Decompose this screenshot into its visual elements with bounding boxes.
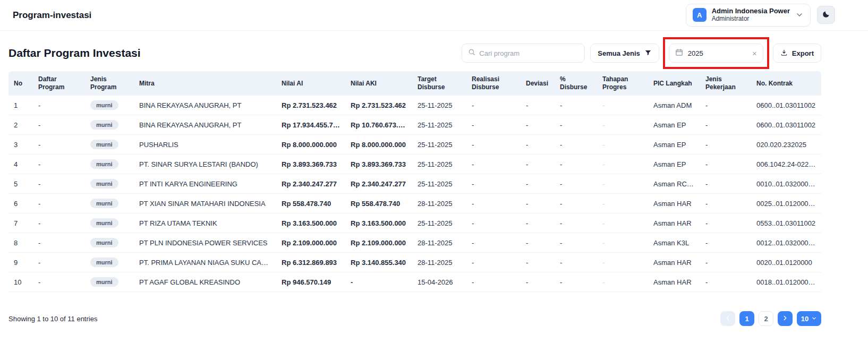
table-cell: Rp 8.000.000.000 <box>276 135 345 155</box>
table-cell: - <box>33 194 85 213</box>
table-cell: - <box>466 233 521 253</box>
table-row[interactable]: 4-murniPT. SINAR SURYA LESTARI (BANDO)Rp… <box>8 155 821 174</box>
table-cell: 9 <box>8 253 33 272</box>
table-cell: - <box>597 174 648 194</box>
cell-jenis-program: murni <box>85 115 134 135</box>
table-head: NoDaftar ProgramJenis ProgramMitraNilai … <box>8 71 821 96</box>
year-picker-wrapper: 2025 × <box>669 44 763 63</box>
table-cell: Rp 2.731.523.462 <box>345 96 412 115</box>
column-header: % Disburse <box>555 71 597 96</box>
table-cell: - <box>700 174 751 194</box>
jenis-program-badge: murni <box>90 140 118 149</box>
user-menu[interactable]: A Admin Indonesia Power Administrator <box>686 4 811 27</box>
prev-page-button[interactable] <box>720 311 735 326</box>
cell-jenis-program: murni <box>85 174 134 194</box>
table-row[interactable]: 2-murniBINA REKAYASA ANUGRAH, PTRp 17.93… <box>8 115 821 135</box>
filter-icon <box>644 49 652 58</box>
page-button-1[interactable]: 1 <box>739 311 754 326</box>
user-text: Admin Indonesia Power Administrator <box>712 7 790 23</box>
table-cell: Rp 3.140.855.340 <box>345 253 412 272</box>
table-cell: - <box>521 115 555 135</box>
filter-button-label: Semua Jenis <box>598 49 640 57</box>
table-cell: - <box>521 135 555 155</box>
export-button-label: Export <box>792 49 814 57</box>
table-cell: 25-11-2025 <box>412 213 466 233</box>
table-cell: PUSHARLIS <box>134 135 276 155</box>
table-cell: Rp 558.478.740 <box>276 194 345 213</box>
table-row[interactable]: 3-murniPUSHARLISRp 8.000.000.000Rp 8.000… <box>8 135 821 155</box>
table-cell: Rp 946.570.149 <box>276 272 345 292</box>
table-cell: 2 <box>8 115 33 135</box>
table-row[interactable]: 9-murniPT. PRIMA LAYANAN NIAGA SUKU CADA… <box>8 253 821 272</box>
theme-toggle-button[interactable] <box>817 6 835 24</box>
table-cell: Asman HAR <box>648 194 700 213</box>
chevron-right-icon <box>781 314 789 323</box>
table-cell: - <box>597 115 648 135</box>
export-button[interactable]: Export <box>773 44 821 63</box>
cell-jenis-program: murni <box>85 253 134 272</box>
cell-jenis-program: murni <box>85 213 134 233</box>
table-cell: - <box>597 155 648 174</box>
table-cell: Rp 2.340.247.277 <box>345 174 412 194</box>
table-cell: 3 <box>8 135 33 155</box>
year-value: 2025 <box>688 49 747 57</box>
clear-icon[interactable]: × <box>752 49 757 57</box>
table-cell: Rp 2.109.000.000 <box>345 233 412 253</box>
jenis-program-badge: murni <box>90 238 118 247</box>
table-row[interactable]: 1-murniBINA REKAYASA ANUGRAH, PTRp 2.731… <box>8 96 821 115</box>
table-row[interactable]: 8-murniPT PLN INDONESIA POWER SERVICESRp… <box>8 233 821 253</box>
page-size-select[interactable]: 10 <box>797 311 821 326</box>
table-cell: - <box>700 272 751 292</box>
table-cell: - <box>33 155 85 174</box>
filter-button[interactable]: Semua Jenis <box>590 44 659 63</box>
table-cell: - <box>466 194 521 213</box>
jenis-program-badge: murni <box>90 258 118 267</box>
download-icon <box>780 49 788 58</box>
table-cell: 0600..01.03011002 <box>751 96 821 115</box>
table-cell: Asman K3L <box>648 233 700 253</box>
calendar-icon <box>675 48 683 58</box>
table-cell: - <box>700 115 751 135</box>
table-cell: - <box>597 135 648 155</box>
table-cell: 10 <box>8 272 33 292</box>
table-row[interactable]: 7-murniPT RIZA UTAMA TEKNIKRp 3.163.500.… <box>8 213 821 233</box>
chevron-down-icon <box>795 11 804 19</box>
table-cell: - <box>521 272 555 292</box>
table-cell: - <box>700 96 751 115</box>
table-cell: Asman HAR <box>648 253 700 272</box>
search-input[interactable] <box>479 49 578 57</box>
pagination: 12 10 <box>720 311 821 326</box>
table-cell: Asman ADM <box>648 96 700 115</box>
table-cell: - <box>555 155 597 174</box>
avatar: A <box>693 8 707 22</box>
cell-jenis-program: murni <box>85 135 134 155</box>
table-cell: - <box>555 115 597 135</box>
table-cell: - <box>521 233 555 253</box>
column-header: Mitra <box>134 71 276 96</box>
column-header: Jenis Pekerjaan <box>700 71 751 96</box>
table-cell: 006.1042.24-022025 <box>751 155 821 174</box>
table-row[interactable]: 5-murniPT INTI KARYA ENGINEERINGRp 2.340… <box>8 174 821 194</box>
table-cell: Asman EP <box>648 135 700 155</box>
table-cell: 0012..01.03200000 <box>751 233 821 253</box>
table-cell: 25-11-2025 <box>412 135 466 155</box>
jenis-program-badge: murni <box>90 120 118 130</box>
year-picker[interactable]: 2025 × <box>669 44 763 63</box>
chevron-down-icon <box>811 315 817 323</box>
table-cell: - <box>33 96 85 115</box>
search-icon <box>468 48 475 58</box>
table-row[interactable]: 10-murniPT AGAF GLOBAL KREASINDORp 946.5… <box>8 272 821 292</box>
table-cell: BINA REKAYASA ANUGRAH, PT <box>134 96 276 115</box>
table-row[interactable]: 6-murniPT XIAN SINAR MATAHARI INDONESIAR… <box>8 194 821 213</box>
column-header: Jenis Program <box>85 71 134 96</box>
jenis-program-badge: murni <box>90 159 118 169</box>
page-button-2[interactable]: 2 <box>759 311 773 326</box>
topbar-right: A Admin Indonesia Power Administrator <box>686 4 835 27</box>
cell-jenis-program: murni <box>85 272 134 292</box>
table-cell: - <box>700 155 751 174</box>
next-page-button[interactable] <box>778 311 793 326</box>
table-cell: 020.020.232025 <box>751 135 821 155</box>
table-cell: - <box>466 213 521 233</box>
table-cell: 0010..01.03200000 <box>751 174 821 194</box>
table-cell: 15-04-2026 <box>412 272 466 292</box>
